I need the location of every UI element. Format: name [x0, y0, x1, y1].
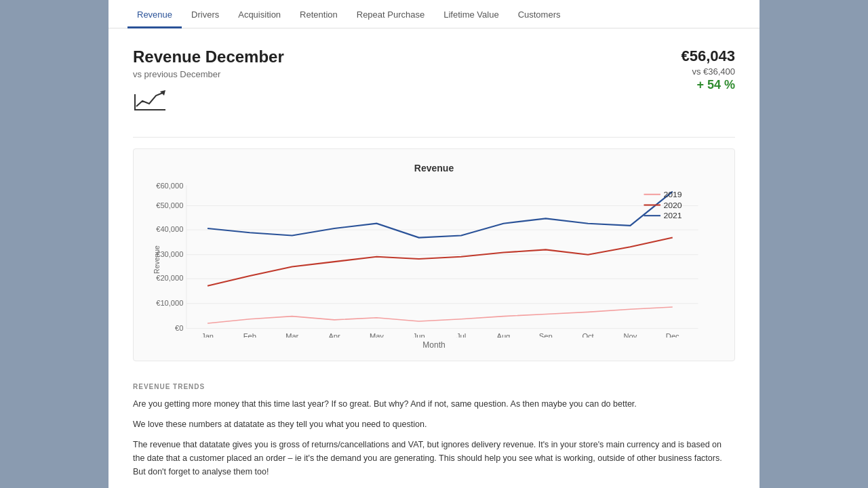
header-section: Revenue December vs previous December €5…: [133, 47, 735, 138]
main-value: €56,043: [681, 47, 735, 65]
nav-item-retention[interactable]: Retention: [290, 0, 347, 28]
header-right: €56,043 vs €36,400 + 54 %: [681, 47, 735, 92]
svg-text:May: May: [370, 332, 384, 338]
trend-para-2: We love these numbers at datatate as the…: [133, 418, 735, 431]
svg-text:2020: 2020: [663, 201, 682, 210]
svg-text:Nov: Nov: [624, 332, 637, 338]
page-title: Revenue December: [133, 47, 284, 66]
svg-marker-2: [160, 90, 165, 96]
svg-text:€10,000: €10,000: [156, 299, 183, 307]
section-label: REVENUE TRENDS: [133, 383, 735, 390]
svg-text:2019: 2019: [663, 190, 682, 199]
svg-text:€50,000: €50,000: [156, 201, 183, 209]
nav-bar: Revenue Drivers Acquisition Retention Re…: [108, 0, 760, 28]
x-axis-label: Month: [147, 340, 721, 350]
svg-text:€20,000: €20,000: [156, 274, 183, 283]
svg-text:€40,000: €40,000: [156, 226, 183, 234]
svg-text:Oct: Oct: [582, 332, 593, 338]
svg-text:Jan: Jan: [201, 332, 214, 338]
svg-text:Dec: Dec: [666, 332, 679, 338]
trend-para-4: Us the graph to understand whether the r…: [133, 485, 735, 488]
svg-text:Aug: Aug: [497, 332, 511, 338]
chart-container: €0 €10,000 €20,000 €30,000 €40,000 €50,0…: [147, 182, 721, 338]
subtitle: vs previous December: [133, 69, 284, 79]
trend-para-3: The revenue that datatate gives you is g…: [133, 438, 735, 479]
nav-item-acquisition[interactable]: Acquisition: [229, 0, 290, 28]
nav-item-revenue[interactable]: Revenue: [127, 0, 182, 28]
chart-section: Revenue €0 €10,000 €20,000 €30,000 €40,0…: [133, 148, 735, 361]
svg-text:Feb: Feb: [243, 332, 256, 338]
svg-text:Sep: Sep: [539, 332, 553, 338]
header-left: Revenue December vs previous December: [133, 47, 284, 121]
trend-para-1: Are you getting more money that this tim…: [133, 397, 735, 411]
chart-title: Revenue: [147, 163, 721, 174]
svg-rect-0: [134, 109, 165, 110]
svg-text:Jul: Jul: [456, 332, 466, 338]
svg-text:€60,000: €60,000: [156, 182, 183, 190]
nav-item-repeat-purchase[interactable]: Repeat Purchase: [347, 0, 434, 28]
nav-item-lifetime-value[interactable]: Lifetime Value: [434, 0, 508, 28]
trend-icon: [133, 87, 284, 121]
trends-section: REVENUE TRENDS Are you getting more mone…: [133, 375, 735, 488]
svg-text:€0: €0: [175, 324, 183, 332]
svg-text:Revenue: Revenue: [153, 245, 161, 274]
svg-rect-1: [134, 94, 136, 110]
compare-value: vs €36,400: [681, 66, 735, 77]
svg-text:Jun: Jun: [413, 332, 425, 338]
svg-text:Apr: Apr: [328, 332, 340, 338]
pct-change: + 54 %: [681, 78, 735, 92]
nav-item-customers[interactable]: Customers: [509, 0, 570, 28]
svg-text:2021: 2021: [663, 211, 682, 221]
svg-text:Mar: Mar: [285, 332, 299, 338]
nav-item-drivers[interactable]: Drivers: [182, 0, 229, 28]
chart-svg: €0 €10,000 €20,000 €30,000 €40,000 €50,0…: [147, 182, 721, 338]
